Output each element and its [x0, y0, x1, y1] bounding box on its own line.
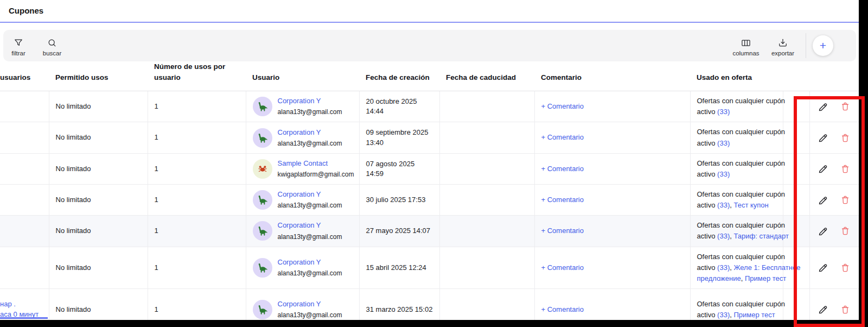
uses-per-user-cell: 1 [148, 122, 246, 153]
actions-cell [809, 184, 859, 215]
delete-button[interactable] [840, 262, 851, 273]
add-comment-link[interactable]: + Comentario [541, 133, 584, 141]
used-offer-count-link[interactable]: (33) [717, 201, 730, 209]
edit-button[interactable] [818, 225, 829, 237]
header-usuario: Usuario [246, 61, 359, 91]
allowed-uses-cell: No limitado [49, 91, 148, 122]
table-row: No limitado 1 Corporation Y alana13ty@gm… [0, 247, 859, 288]
dinosaur-avatar-icon [256, 224, 269, 237]
used-offer-count-link[interactable]: (33) [717, 263, 730, 272]
user-cell: Corporation Y alana13ty@gmail.com [246, 91, 359, 122]
user-email: alana13ty@gmail.com [278, 232, 342, 242]
offer-cell [0, 91, 49, 122]
user-avatar [253, 221, 272, 241]
user-avatar [253, 258, 272, 278]
used-offer-link[interactable]: Пример тест [733, 311, 775, 319]
header-comentario: Comentario [534, 61, 690, 91]
table-row: No limitado 1 Corporation Y alana13ty@gm… [0, 216, 859, 247]
expiry-date-cell [439, 247, 534, 288]
add-coupon-button[interactable]: + [813, 35, 833, 56]
table-row: No limitado 1 Sample Contact kwigaplatfo… [0, 153, 859, 184]
spacer-cell [783, 153, 809, 184]
header-usado-en-oferta: Usado en oferta [690, 61, 783, 91]
comment-cell: + Comentario [534, 153, 690, 184]
add-comment-link[interactable]: + Comentario [541, 165, 584, 173]
export-button[interactable]: exportar [767, 35, 799, 56]
filter-icon [13, 37, 24, 48]
used-offer-count-link[interactable]: (33) [717, 232, 730, 240]
edit-button[interactable] [818, 101, 829, 112]
delete-button[interactable] [840, 225, 851, 236]
used-offer-count-link[interactable]: (33) [717, 139, 730, 147]
allowed-uses-cell: No limitado [49, 247, 148, 288]
add-comment-link[interactable]: + Comentario [541, 305, 584, 313]
user-avatar [253, 128, 272, 148]
edit-button[interactable] [818, 304, 829, 315]
used-offer-count-link[interactable]: (33) [717, 170, 730, 178]
edit-button[interactable] [818, 194, 829, 206]
expiry-date-cell [439, 91, 534, 122]
comment-cell: + Comentario [534, 184, 690, 215]
used-offer-link[interactable]: Пример тест [745, 274, 786, 282]
header-permitido-usos: Permitido usos [49, 61, 148, 91]
edit-button[interactable] [818, 163, 829, 174]
edit-button[interactable] [818, 132, 829, 143]
scrollbar-fragment[interactable] [0, 317, 48, 319]
used-offer-text: Ofertas con cualquier cupón activo [697, 128, 786, 147]
offer-link[interactable]: нар . [0, 299, 42, 310]
user-name-link[interactable]: Corporation Y [278, 128, 342, 137]
actions-cell [809, 153, 859, 184]
used-in-offer-cell: Ofertas con cualquier cupón activo (33),… [690, 247, 783, 288]
add-comment-link[interactable]: + Comentario [541, 196, 584, 204]
columns-button[interactable]: columnas [729, 35, 763, 56]
user-name-link[interactable]: Corporation Y [278, 299, 342, 309]
delete-button[interactable] [840, 194, 851, 205]
dinosaur-avatar-icon [256, 131, 269, 144]
delete-button[interactable] [840, 163, 851, 174]
user-name-link[interactable]: Corporation Y [278, 96, 342, 106]
add-comment-link[interactable]: + Comentario [541, 263, 584, 272]
user-name-link[interactable]: Corporation Y [278, 190, 342, 199]
spacer-cell [783, 184, 809, 215]
user-name-link[interactable]: Corporation Y [278, 221, 342, 230]
creation-date-cell: 30 julio 2025 17:53 [359, 184, 439, 215]
used-offer-text: Ofertas con cualquier cupón activo [697, 97, 786, 116]
creation-date-cell: 20 octubre 2025 14:44 [359, 91, 439, 122]
used-offer-count-link[interactable]: (33) [717, 108, 730, 116]
user-email: alana13ty@gmail.com [278, 201, 342, 210]
used-offer-link[interactable]: Тариф: стандарт [733, 232, 788, 240]
table-row: No limitado 1 Corporation Y alana13ty@gm… [0, 184, 859, 215]
expiry-date-cell [439, 153, 534, 184]
user-email: kwigaplatform@gmail.com [278, 170, 354, 179]
delete-button[interactable] [840, 304, 851, 315]
delete-button[interactable] [840, 133, 851, 143]
user-avatar [253, 159, 272, 179]
search-button[interactable]: buscar [39, 35, 65, 56]
edit-button[interactable] [818, 262, 829, 273]
comment-cell: + Comentario [534, 122, 690, 153]
add-comment-link[interactable]: + Comentario [541, 227, 584, 235]
user-name-link[interactable]: Sample Contact [278, 159, 354, 168]
used-offer-link[interactable]: Тест купон [733, 201, 768, 209]
allowed-uses-cell: No limitado [49, 184, 148, 215]
search-icon [47, 37, 58, 48]
offer-cell [0, 122, 49, 153]
used-offer-count-link[interactable]: (33) [717, 311, 730, 319]
used-in-offer-cell: Ofertas con cualquier cupón activo (33),… [690, 184, 783, 215]
table-row: No limitado 1 Corporation Y alana13ty@gm… [0, 122, 859, 153]
header-usuarios: usuarios [0, 61, 49, 91]
add-comment-link[interactable]: + Comentario [541, 102, 584, 110]
user-name-link[interactable]: Corporation Y [278, 257, 342, 267]
uses-per-user-cell: 1 [148, 153, 246, 184]
screen-edge-right [859, 0, 868, 327]
delete-button[interactable] [840, 101, 851, 112]
screen-edge-bottom [0, 320, 868, 327]
offer-cell [0, 153, 49, 184]
user-email: alana13ty@gmail.com [278, 108, 342, 117]
used-in-offer-cell: Ofertas con cualquier cupón activo (33) [690, 91, 783, 122]
uses-per-user-cell: 1 [148, 216, 246, 247]
uses-per-user-cell: 1 [148, 247, 246, 288]
spacer-cell [783, 122, 809, 153]
filter-button[interactable]: filtrar [5, 35, 31, 56]
dinosaur-avatar-icon [256, 100, 269, 113]
